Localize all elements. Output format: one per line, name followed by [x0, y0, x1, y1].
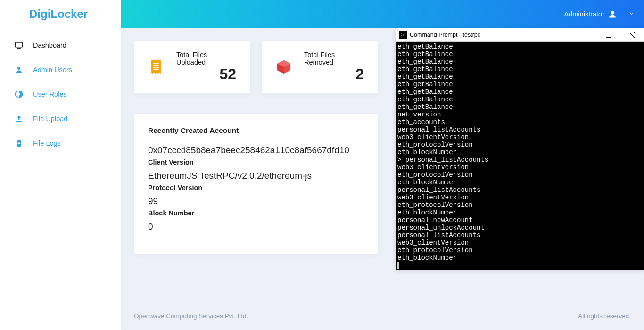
window-maximize-button[interactable]	[598, 28, 619, 42]
sidebar-item-label: User Roles	[33, 91, 67, 98]
user-label: Administrator	[564, 10, 604, 18]
stat-label: Total Files Removed	[304, 51, 364, 66]
svg-rect-5	[16, 121, 22, 122]
window-minimize-button[interactable]	[574, 28, 595, 42]
stat-value: 52	[219, 66, 236, 82]
sidebar-item-label: Admin Users	[33, 66, 72, 74]
svg-rect-0	[16, 42, 23, 47]
roles-icon	[14, 90, 24, 99]
block-number-label: Block Number	[148, 209, 364, 217]
sidebar: DigiLocker Dashboard Admin Users User Ro…	[0, 0, 121, 330]
sidebar-item-label: File Upload	[33, 115, 67, 123]
terminal-app-icon: C:\	[399, 31, 407, 39]
terminal-title-text: Command Prompt - testrpc	[410, 32, 480, 38]
svg-point-2	[17, 67, 20, 70]
sidebar-item-file-logs[interactable]: File Logs	[0, 131, 121, 156]
box-icon	[276, 59, 292, 75]
stat-card-uploaded: Total Files Uploaded 52	[134, 41, 250, 93]
svg-point-4	[18, 93, 20, 96]
chevron-down-icon	[629, 11, 634, 17]
block-number-value: 0	[148, 222, 364, 232]
protocol-version-value: 99	[148, 196, 364, 206]
window-close-button[interactable]	[621, 28, 642, 42]
stat-card-removed: Total Files Removed 2	[262, 41, 378, 93]
protocol-version-label: Protocol Version	[148, 184, 364, 191]
sidebar-item-dashboard[interactable]: Dashboard	[0, 33, 121, 58]
topbar: Administrator	[121, 0, 644, 28]
footer: Openwave Computing Services Pvt. Ltd. Al…	[121, 302, 644, 330]
svg-rect-10	[153, 65, 158, 66]
terminal-window[interactable]: C:\ Command Prompt - testrpc eth_getBala…	[396, 28, 644, 270]
file-icon	[14, 139, 24, 148]
svg-rect-14	[606, 33, 611, 37]
sidebar-nav: Dashboard Admin Users User Roles File Up…	[0, 28, 121, 156]
client-version-label: Client Version	[148, 158, 364, 166]
svg-rect-9	[153, 63, 158, 64]
brand-logo: DigiLocker	[0, 0, 121, 28]
stat-value: 2	[355, 66, 364, 82]
receipt-icon	[148, 59, 164, 75]
avatar-icon	[608, 10, 617, 18]
person-icon	[14, 65, 24, 74]
terminal-titlebar[interactable]: C:\ Command Prompt - testrpc	[396, 28, 644, 42]
monitor-icon	[14, 41, 24, 50]
svg-rect-7	[18, 143, 20, 144]
footer-left: Openwave Computing Services Pvt. Ltd.	[134, 313, 248, 320]
sidebar-item-user-roles[interactable]: User Roles	[0, 82, 121, 107]
account-card: Recently Created Account 0x07cccd85b8ea7…	[134, 114, 378, 254]
svg-rect-6	[18, 142, 20, 143]
sidebar-item-label: File Logs	[33, 140, 61, 147]
svg-point-8	[611, 11, 614, 15]
svg-rect-12	[153, 69, 158, 70]
account-address: 0x07cccd85b8ea7beec258462a110c8af5667dfd…	[148, 145, 364, 156]
sidebar-item-file-upload[interactable]: File Upload	[0, 107, 121, 131]
user-menu[interactable]: Administrator	[564, 10, 634, 18]
account-title: Recently Created Account	[148, 126, 364, 135]
sidebar-item-label: Dashboard	[33, 41, 66, 49]
sidebar-item-admin-users[interactable]: Admin Users	[0, 58, 121, 82]
footer-right: All rights reserved.	[578, 313, 631, 320]
stat-label: Total Files Uploaded	[176, 51, 236, 66]
client-version-value: EthereumJS TestRPC/v2.0.2/ethereum-js	[148, 171, 364, 181]
upload-icon	[14, 114, 24, 124]
svg-rect-11	[153, 67, 158, 68]
terminal-output[interactable]: eth_getBalance eth_getBalance eth_getBal…	[396, 42, 644, 270]
